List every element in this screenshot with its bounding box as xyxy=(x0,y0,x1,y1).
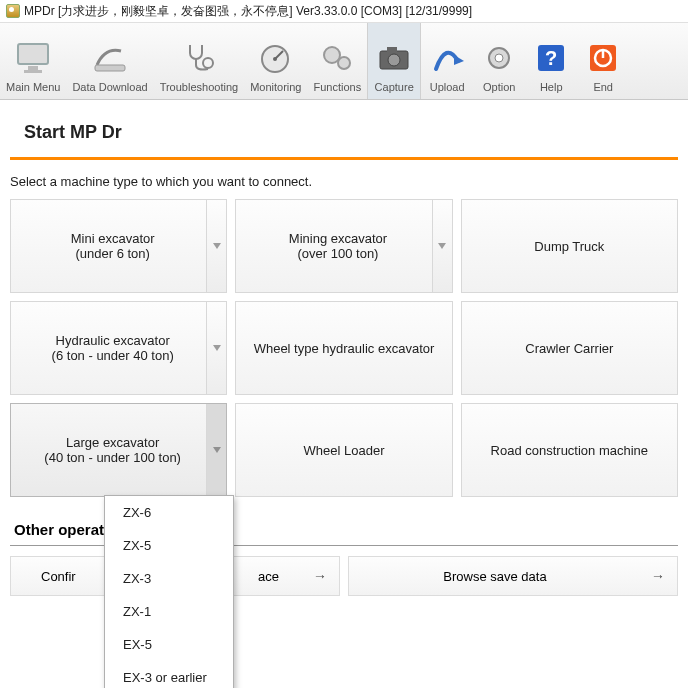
label: Browse save data xyxy=(443,569,546,584)
toolbar-label: Data Download xyxy=(72,82,147,93)
toolbar-label: Monitoring xyxy=(250,82,301,93)
capture-button[interactable]: Capture xyxy=(367,23,421,99)
label: (40 ton - under 100 ton) xyxy=(44,450,181,465)
svg-rect-2 xyxy=(24,70,42,73)
svg-point-11 xyxy=(388,54,400,66)
label: Other operations xyxy=(14,521,104,538)
toolbar-label: Capture xyxy=(375,82,414,93)
monitor-icon xyxy=(13,38,53,78)
toolbar-label: Help xyxy=(540,82,563,93)
svg-text:?: ? xyxy=(545,47,557,69)
label: Confir xyxy=(41,569,76,584)
large-excavator-dropdown[interactable]: ZX-6 ZX-5 ZX-3 ZX-1 EX-5 EX-3 or earlier xyxy=(104,495,234,688)
dropdown-item[interactable]: ZX-1 xyxy=(105,595,233,628)
camera-icon xyxy=(374,38,414,78)
option-button[interactable]: Option xyxy=(473,23,525,99)
browse-save-data-button[interactable]: Browse save data → xyxy=(348,556,678,596)
gears-icon xyxy=(317,38,357,78)
window-title: MPDr [力求进步，刚毅坚卓，发奋图强，永不停息] Ver3.33.0.0 [… xyxy=(24,3,472,20)
svg-marker-24 xyxy=(213,447,221,453)
gauge-icon xyxy=(256,38,296,78)
svg-marker-23 xyxy=(213,345,221,351)
divider xyxy=(10,157,678,160)
dropdown-item[interactable]: ZX-5 xyxy=(105,529,233,562)
toolbar-label: End xyxy=(593,82,613,93)
toolbar-label: Functions xyxy=(313,82,361,93)
dropdown-item[interactable]: EX-3 or earlier xyxy=(105,661,233,688)
upload-icon xyxy=(427,38,467,78)
svg-marker-21 xyxy=(213,243,221,249)
monitoring-button[interactable]: Monitoring xyxy=(244,23,307,99)
machine-dump-truck[interactable]: Dump Truck xyxy=(461,199,678,293)
gear-icon xyxy=(479,38,519,78)
troubleshooting-button[interactable]: Troubleshooting xyxy=(154,23,244,99)
label: Wheel Loader xyxy=(304,443,385,458)
toolbar-label: Troubleshooting xyxy=(160,82,238,93)
label: ace xyxy=(258,569,279,584)
download-icon xyxy=(90,38,130,78)
label: Wheel type hydraulic excavator xyxy=(254,341,435,356)
machine-grid: Mini excavator(under 6 ton) Mining excav… xyxy=(10,199,678,497)
svg-marker-22 xyxy=(438,243,446,249)
app-icon xyxy=(6,4,20,18)
dropdown-item[interactable]: ZX-3 xyxy=(105,562,233,595)
end-button[interactable]: End xyxy=(577,23,629,99)
label: Mining excavator xyxy=(289,231,387,246)
label: (6 ton - under 40 ton) xyxy=(52,348,174,363)
upload-button[interactable]: Upload xyxy=(421,23,473,99)
arrow-right-icon: → xyxy=(313,568,327,584)
machine-crawler-carrier[interactable]: Crawler Carrier xyxy=(461,301,678,395)
instruction-text: Select a machine type to which you want … xyxy=(10,174,678,189)
power-icon xyxy=(583,38,623,78)
dropdown-item[interactable]: EX-5 xyxy=(105,628,233,661)
machine-road-construction[interactable]: Road construction machine xyxy=(461,403,678,497)
toolbar: Main Menu Data Download Troubleshooting … xyxy=(0,22,688,100)
machine-large-excavator[interactable]: Large excavator(40 ton - under 100 ton) xyxy=(10,403,227,497)
label: (over 100 ton) xyxy=(298,246,379,261)
label: Hydraulic excavator xyxy=(56,333,170,348)
main-menu-button[interactable]: Main Menu xyxy=(0,23,66,99)
page-title: Start MP Dr xyxy=(24,122,678,143)
svg-rect-1 xyxy=(28,66,38,70)
svg-point-4 xyxy=(203,58,213,68)
chevron-down-icon[interactable] xyxy=(206,404,226,496)
svg-point-15 xyxy=(495,54,503,62)
svg-rect-3 xyxy=(95,65,125,71)
label: Road construction machine xyxy=(491,443,649,458)
page-body: Start MP Dr Select a machine type to whi… xyxy=(0,100,688,596)
machine-wheel-loader[interactable]: Wheel Loader xyxy=(235,403,452,497)
svg-marker-13 xyxy=(454,55,464,65)
svg-point-7 xyxy=(273,57,277,61)
label: Dump Truck xyxy=(534,239,604,254)
data-download-button[interactable]: Data Download xyxy=(66,23,153,99)
label: Large excavator xyxy=(66,435,159,450)
label: Crawler Carrier xyxy=(525,341,613,356)
window-titlebar: MPDr [力求进步，刚毅坚卓，发奋图强，永不停息] Ver3.33.0.0 [… xyxy=(0,0,688,22)
functions-button[interactable]: Functions xyxy=(307,23,367,99)
arrow-right-icon: → xyxy=(651,568,665,584)
label: (under 6 ton) xyxy=(75,246,149,261)
help-button[interactable]: ? Help xyxy=(525,23,577,99)
chevron-down-icon[interactable] xyxy=(206,302,226,394)
machine-mining-excavator[interactable]: Mining excavator(over 100 ton) xyxy=(235,199,452,293)
chevron-down-icon[interactable] xyxy=(206,200,226,292)
toolbar-label: Option xyxy=(483,82,515,93)
toolbar-label: Main Menu xyxy=(6,82,60,93)
toolbar-label: Upload xyxy=(430,82,465,93)
stethoscope-icon xyxy=(179,38,219,78)
svg-rect-0 xyxy=(18,44,48,64)
label: Mini excavator xyxy=(71,231,155,246)
svg-rect-12 xyxy=(387,47,397,52)
machine-mini-excavator[interactable]: Mini excavator(under 6 ton) xyxy=(10,199,227,293)
svg-point-9 xyxy=(338,57,350,69)
machine-wheel-hydraulic-excavator[interactable]: Wheel type hydraulic excavator xyxy=(235,301,452,395)
chevron-down-icon[interactable] xyxy=(432,200,452,292)
dropdown-item[interactable]: ZX-6 xyxy=(105,496,233,529)
machine-hydraulic-excavator[interactable]: Hydraulic excavator(6 ton - under 40 ton… xyxy=(10,301,227,395)
help-icon: ? xyxy=(531,38,571,78)
